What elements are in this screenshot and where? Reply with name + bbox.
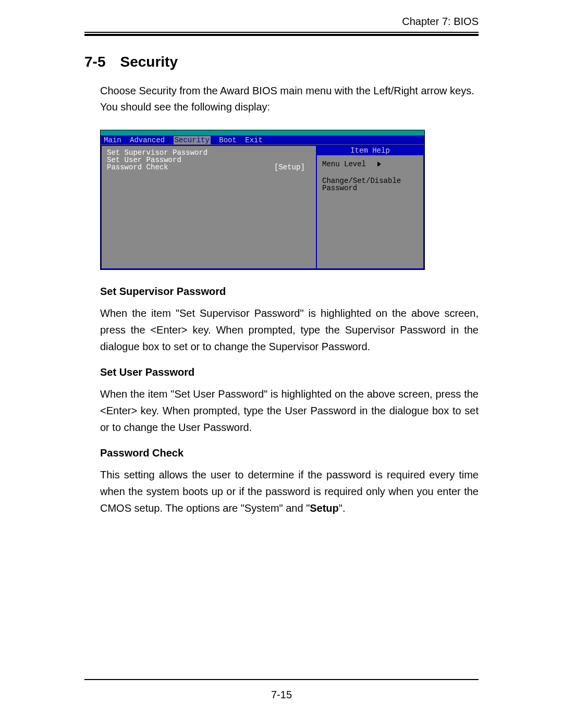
bios-help-title: Item Help [317,146,423,155]
bios-menu-level-label: Menu Level [322,161,366,168]
right-arrow-icon [377,162,381,167]
bios-help-pane: Item Help Menu Level Change/Set/Disable … [316,145,424,269]
bios-menu-advanced[interactable]: Advanced [130,136,165,144]
section-number: 7-5 [84,54,105,70]
bios-item-label: Set User Password [107,156,274,164]
section-title: 7-5Security [84,54,479,70]
bios-item-label: Set Supervisor Password [107,149,274,156]
bios-title-bar [101,130,424,135]
section-name: Security [120,54,178,70]
bios-menu-exit[interactable]: Exit [245,136,263,144]
subsection-text: This setting allows the user to determin… [100,466,479,516]
bios-menu-level: Menu Level [322,161,418,168]
subsection-heading: Set Supervisor Password [100,286,479,298]
subsection-text-prefix: This setting allows the user to determin… [100,469,479,514]
bios-item[interactable]: Set User Password [107,156,311,164]
page-number: 7-15 [0,689,563,701]
footer-rule [84,679,479,680]
header-rule [84,32,479,36]
running-header: Chapter 7: BIOS [84,16,479,32]
bios-item-value: [Setup] [274,164,311,171]
bios-body: Set Supervisor Password Set User Passwor… [101,144,424,269]
subsection-heading: Password Check [100,447,479,459]
subsection-text: When the item "Set User Password" is hig… [100,386,479,436]
subsection-heading: Set User Password [100,366,479,378]
bios-item[interactable]: Set Supervisor Password [107,149,311,156]
bios-item-value [274,149,311,156]
bios-item[interactable]: Password Check [Setup] [107,164,311,171]
bios-menu-boot[interactable]: Boot [219,136,237,144]
bios-menu-security[interactable]: Security [174,136,211,144]
subsection-text-bold: Setup [310,502,339,514]
subsection-text: When the item "Set Supervisor Password" … [100,305,479,355]
bios-screenshot: Main Advanced Security Boot Exit Set Sup… [100,130,425,270]
intro-paragraph: Choose Security from the Award BIOS main… [100,83,479,115]
bios-item-label: Password Check [107,164,274,171]
subsection-text-suffix: ". [339,502,346,514]
bios-item-value [274,156,311,164]
bios-top-menu: Main Advanced Security Boot Exit [101,135,424,144]
bios-left-pane: Set Supervisor Password Set User Passwor… [101,145,316,269]
bios-help-text: Change/Set/Disable Password [322,177,418,192]
bios-menu-main[interactable]: Main [104,136,121,144]
